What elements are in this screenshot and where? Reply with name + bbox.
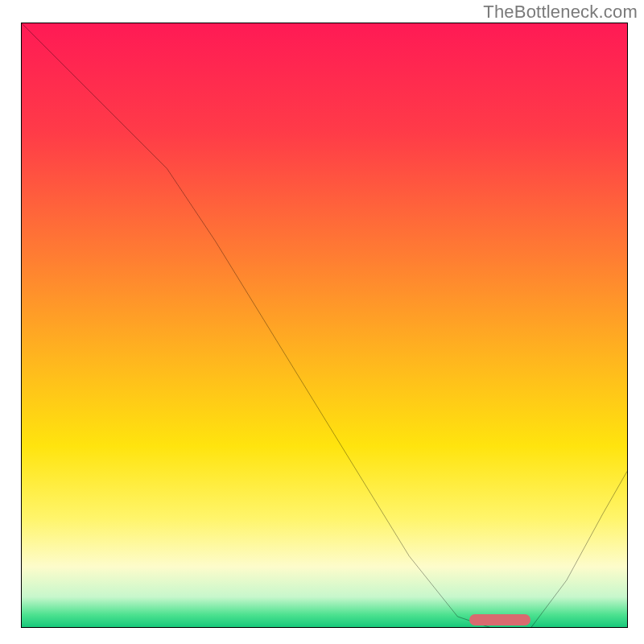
curve-polyline — [22, 23, 627, 628]
watermark-text: TheBottleneck.com — [483, 2, 638, 23]
optimal-range-marker — [469, 614, 530, 625]
plot-area — [21, 23, 628, 628]
chart-container: TheBottleneck.com — [0, 0, 644, 644]
bottleneck-curve — [22, 23, 627, 628]
